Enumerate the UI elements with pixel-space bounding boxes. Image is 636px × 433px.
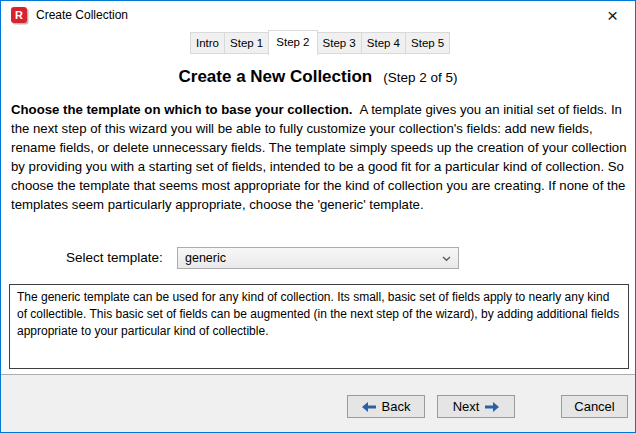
select-template-label: Select template: xyxy=(66,247,163,269)
next-button-label: Next xyxy=(453,399,480,414)
app-icon: R xyxy=(11,7,27,23)
window-title: Create Collection xyxy=(36,8,128,22)
page-title: Create a New Collection xyxy=(179,67,373,86)
titlebar[interactable]: R Create Collection × xyxy=(1,1,635,29)
tab-step4[interactable]: Step 4 xyxy=(361,32,406,54)
close-button[interactable]: × xyxy=(590,1,635,29)
tab-step3[interactable]: Step 3 xyxy=(317,32,362,54)
tab-step1[interactable]: Step 1 xyxy=(224,32,269,54)
intro-text: Choose the template on which to base you… xyxy=(11,100,629,214)
create-collection-dialog: R Create Collection × Intro Step 1 Step … xyxy=(0,0,636,433)
step-indicator: (Step 2 of 5) xyxy=(383,70,457,85)
back-arrow-icon xyxy=(362,402,376,412)
tab-intro[interactable]: Intro xyxy=(190,32,225,54)
next-arrow-icon xyxy=(485,402,499,412)
chevron-down-icon xyxy=(442,256,451,262)
intro-text-body: A template gives you an initial set of f… xyxy=(11,102,627,212)
back-button-label: Back xyxy=(382,399,411,414)
template-description-box: The generic template can be used for any… xyxy=(9,284,629,369)
template-dropdown[interactable]: generic xyxy=(177,247,459,269)
cancel-button[interactable]: Cancel xyxy=(561,395,628,418)
footer-bar xyxy=(1,374,635,432)
cancel-button-label: Cancel xyxy=(574,399,614,414)
template-dropdown-value: generic xyxy=(185,251,226,265)
intro-text-lead: Choose the template on which to base you… xyxy=(11,102,352,117)
tab-step5[interactable]: Step 5 xyxy=(405,32,450,54)
back-button[interactable]: Back xyxy=(347,395,425,418)
next-button[interactable]: Next xyxy=(437,395,515,418)
tab-step2[interactable]: Step 2 xyxy=(268,30,317,55)
wizard-tab-bar: Intro Step 1 Step 2 Step 3 Step 4 Step 5 xyxy=(190,30,449,55)
page-heading: Create a New Collection(Step 2 of 5) xyxy=(1,67,635,87)
close-icon: × xyxy=(607,6,618,25)
